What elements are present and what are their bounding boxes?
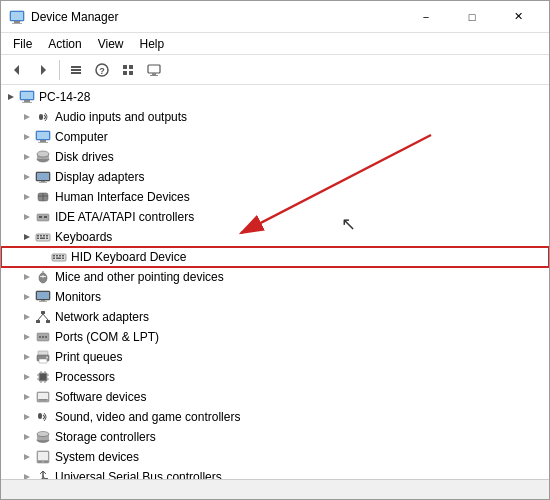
toolbar-btn-grid[interactable]	[116, 58, 140, 82]
expand-icon-display[interactable]	[19, 169, 35, 185]
tree-item-ports[interactable]: Ports (COM & LPT)	[1, 327, 549, 347]
svg-rect-53	[37, 238, 39, 240]
close-button[interactable]: ✕	[495, 1, 541, 33]
svg-point-33	[37, 151, 49, 157]
expand-icon-ports[interactable]	[19, 329, 35, 345]
tree-item-audio[interactable]: Audio inputs and outputs	[1, 107, 549, 127]
tree-item-computer[interactable]: Computer	[1, 127, 549, 147]
svg-rect-22	[22, 102, 32, 103]
toolbar-btn-list[interactable]	[64, 58, 88, 82]
svg-marker-18	[8, 94, 14, 100]
tree-item-processors[interactable]: Processors	[1, 367, 549, 387]
svg-rect-8	[71, 72, 81, 74]
svg-rect-7	[71, 69, 81, 71]
svg-point-83	[42, 336, 44, 338]
menu-action[interactable]: Action	[40, 35, 89, 53]
svg-rect-73	[39, 301, 47, 302]
menu-file[interactable]: File	[5, 35, 40, 53]
svg-rect-59	[59, 255, 61, 257]
svg-rect-2	[12, 23, 22, 24]
svg-rect-54	[40, 238, 45, 240]
svg-marker-80	[24, 334, 30, 340]
tree-item-storage[interactable]: Storage controllers	[1, 427, 549, 447]
svg-rect-61	[53, 258, 55, 260]
back-button[interactable]	[5, 58, 29, 82]
ide-icon	[35, 209, 51, 225]
expand-icon-keyboards[interactable]	[19, 229, 35, 245]
minimize-button[interactable]: −	[403, 1, 449, 33]
svg-marker-5	[41, 65, 46, 75]
tree-item-system[interactable]: System devices	[1, 447, 549, 467]
tree-item-ide[interactable]: IDE ATA/ATAPI controllers	[1, 207, 549, 227]
audio-icon	[35, 109, 51, 125]
tree-item-monitors[interactable]: Monitors	[1, 287, 549, 307]
toolbar-btn-monitor[interactable]	[142, 58, 166, 82]
expand-icon-network[interactable]	[19, 309, 35, 325]
app-icon	[9, 9, 25, 25]
tree-item-software[interactable]: Software devices	[1, 387, 549, 407]
svg-rect-75	[41, 311, 45, 314]
tree-item-keyboards[interactable]: Keyboards	[1, 227, 549, 247]
expand-icon-ide[interactable]	[19, 209, 35, 225]
tree-item-sound[interactable]: Sound, video and game controllers	[1, 407, 549, 427]
ports-icon	[35, 329, 51, 345]
expand-icon-hid[interactable]	[19, 189, 35, 205]
svg-marker-39	[24, 194, 30, 200]
hid-icon	[35, 189, 51, 205]
svg-marker-4	[14, 65, 19, 75]
svg-rect-51	[43, 235, 45, 237]
expand-icon-usb[interactable]	[19, 469, 35, 479]
expand-icon-system[interactable]	[19, 449, 35, 465]
keyboards-label: Keyboards	[55, 230, 112, 244]
svg-line-78	[38, 314, 43, 320]
expand-icon-monitors[interactable]	[19, 289, 35, 305]
tree-item-network[interactable]: Network adapters	[1, 307, 549, 327]
svg-rect-49	[37, 235, 39, 237]
svg-marker-85	[24, 354, 30, 360]
svg-marker-43	[24, 214, 30, 220]
expand-icon-mice[interactable]	[19, 269, 35, 285]
expand-icon-software[interactable]	[19, 389, 35, 405]
svg-point-89	[46, 357, 48, 359]
system-label: System devices	[55, 450, 139, 464]
tree-item-display[interactable]: Display adapters	[1, 167, 549, 187]
tree-item-hid-keyboard[interactable]: HID Keyboard Device	[1, 247, 549, 267]
forward-button[interactable]	[31, 58, 55, 82]
hid-keyboard-icon	[51, 249, 67, 265]
maximize-button[interactable]: □	[449, 1, 495, 33]
pc-icon	[19, 89, 35, 105]
keyboards-icon	[35, 229, 51, 245]
storage-label: Storage controllers	[55, 430, 156, 444]
tree-item-disk[interactable]: Disk drives	[1, 147, 549, 167]
expand-icon-processors[interactable]	[19, 369, 35, 385]
menu-view[interactable]: View	[90, 35, 132, 53]
tree-item-hid[interactable]: Human Interface Devices	[1, 187, 549, 207]
sound-label: Sound, video and game controllers	[55, 410, 240, 424]
tree-root[interactable]: PC-14-28	[1, 87, 549, 107]
ports-label: Ports (COM & LPT)	[55, 330, 159, 344]
display-icon	[35, 169, 51, 185]
network-icon	[35, 309, 51, 325]
svg-marker-30	[24, 154, 30, 160]
svg-rect-14	[129, 71, 133, 75]
tree-item-usb[interactable]: Universal Serial Bus controllers	[1, 467, 549, 479]
svg-rect-11	[123, 65, 127, 69]
tree-item-print[interactable]: Print queues	[1, 347, 549, 367]
expand-icon-storage[interactable]	[19, 429, 35, 445]
ide-label: IDE ATA/ATAPI controllers	[55, 210, 194, 224]
svg-rect-3	[11, 12, 23, 20]
expand-icon-disk[interactable]	[19, 149, 35, 165]
svg-line-79	[43, 314, 48, 320]
hid-keyboard-label: HID Keyboard Device	[71, 250, 186, 264]
menu-help[interactable]: Help	[132, 35, 173, 53]
expand-icon-print[interactable]	[19, 349, 35, 365]
tree-item-mice[interactable]: Mice and other pointing devices	[1, 267, 549, 287]
expand-icon-root[interactable]	[3, 89, 19, 105]
svg-rect-118	[45, 478, 48, 479]
toolbar-btn-help[interactable]: ?	[90, 58, 114, 82]
expand-icon-audio[interactable]	[19, 109, 35, 125]
expand-icon-hid-keyboard	[35, 249, 51, 265]
status-bar	[1, 479, 549, 499]
expand-icon-sound[interactable]	[19, 409, 35, 425]
expand-icon-computer[interactable]	[19, 129, 35, 145]
